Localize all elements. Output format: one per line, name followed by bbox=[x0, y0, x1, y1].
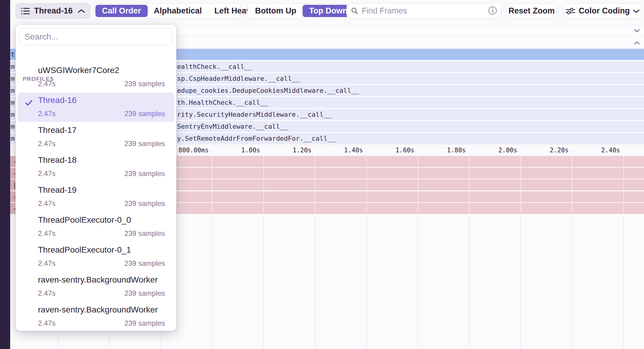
sort-mode-call-order[interactable]: Call Order bbox=[95, 5, 148, 17]
time-tick-label: 800.00ms bbox=[178, 145, 209, 156]
profile-name: Thread-18 bbox=[38, 155, 77, 165]
profile-name: Thread-17 bbox=[38, 125, 77, 135]
frame-label-left-fragment: m bbox=[11, 61, 15, 72]
profile-list-item[interactable]: ThreadPoolExecutor-0_1 2.47s 239 samples bbox=[18, 242, 174, 271]
gridline bbox=[315, 156, 315, 215]
profile-list-item[interactable]: Thread-16 2.47s 239 samples bbox=[18, 92, 174, 122]
profile-name: raven-sentry.BackgroundWorker bbox=[38, 275, 158, 285]
profile-samples: 239 samples bbox=[124, 199, 165, 208]
gridline bbox=[366, 156, 367, 215]
thread-selector-button[interactable]: Thread-16 bbox=[16, 3, 90, 19]
gridline bbox=[623, 215, 624, 349]
profile-name: ThreadPoolExecutor-0_1 bbox=[38, 245, 131, 255]
profile-list-item[interactable]: Thread-18 2.47s 239 samples bbox=[18, 152, 174, 182]
frame-label: th.HealthCheck.__call__ bbox=[177, 97, 268, 108]
profile-name: ThreadPoolExecutor-0_0 bbox=[38, 215, 131, 225]
profile-list-item[interactable]: raven-sentry.BackgroundWorker 2.47s 239 … bbox=[18, 272, 174, 301]
time-tick-label: 1.40s bbox=[344, 145, 363, 156]
gridline bbox=[212, 156, 213, 215]
profile-name: Thread-19 bbox=[38, 185, 77, 195]
list-icon bbox=[21, 7, 30, 15]
sort-mode-alphabetical[interactable]: Alphabetical bbox=[148, 6, 208, 16]
profile-samples: 239 samples bbox=[124, 289, 165, 298]
gridline bbox=[623, 156, 624, 215]
gridline bbox=[469, 156, 470, 215]
profile-name: raven-sentry.BackgroundWorker bbox=[38, 305, 158, 315]
gridline bbox=[263, 215, 264, 349]
frame-label-left-fragment: m bbox=[11, 133, 15, 144]
profile-samples: 239 samples bbox=[124, 259, 165, 268]
find-frames-searchbox: ⓘ bbox=[347, 3, 501, 19]
profile-list-item[interactable]: ThreadPoolExecutor-0_0 2.47s 239 samples bbox=[18, 212, 174, 242]
profiler-app: --|-- t mealthCheck.__call__msp.CspHeade… bbox=[0, 0, 644, 349]
gridline bbox=[418, 156, 418, 215]
frame-label-left-fragment: m bbox=[11, 85, 15, 96]
frame-label-left-fragment: m bbox=[11, 97, 15, 108]
time-tick-label: 1.80s bbox=[447, 145, 466, 156]
chevron-up-icon[interactable] bbox=[634, 41, 640, 45]
profile-duration: 2.47s bbox=[38, 319, 56, 327]
profile-duration: 2.47s bbox=[38, 229, 56, 238]
profile-list-item[interactable]: uWSGIWorker7Core2 2.47s 239 samples bbox=[18, 63, 174, 92]
direction-bottom-up[interactable]: Bottom Up bbox=[249, 6, 303, 16]
gridline bbox=[418, 215, 418, 349]
frame-label: ealthCheck.__call__ bbox=[177, 61, 252, 72]
gridline bbox=[315, 215, 315, 349]
color-coding-label: Color Coding bbox=[579, 6, 630, 16]
profile-samples: 239 samples bbox=[124, 139, 165, 148]
profile-samples: 239 samples bbox=[124, 319, 165, 327]
frame-label-left-fragment: m bbox=[11, 121, 15, 132]
sliders-icon bbox=[565, 7, 576, 15]
frame-label-left-fragment: m bbox=[11, 109, 15, 120]
profile-samples: 239 samples bbox=[124, 169, 165, 178]
chevron-up-icon bbox=[77, 9, 85, 13]
time-tick-label: 1.00s bbox=[241, 145, 260, 156]
time-tick-label: 2.20s bbox=[550, 145, 569, 156]
color-coding-button[interactable]: Color Coding bbox=[563, 3, 642, 19]
profile-duration: 2.47s bbox=[38, 289, 56, 298]
profile-duration: 2.47s bbox=[38, 110, 56, 118]
app-sidebar bbox=[0, 0, 10, 349]
profile-list-item[interactable]: Thread-17 2.47s 239 samples bbox=[18, 122, 174, 152]
profile-dropdown: PROFILES uWSGIWorker7Core2 2.47s 239 sam… bbox=[16, 25, 176, 331]
gridline bbox=[263, 156, 264, 215]
gridline bbox=[366, 215, 367, 349]
frame-label: SentryEnvMiddleware.__call__ bbox=[177, 121, 288, 132]
check-icon bbox=[25, 100, 33, 106]
chevron-down-icon[interactable] bbox=[634, 29, 640, 33]
find-frames-input[interactable] bbox=[361, 6, 486, 16]
thread-selector-label: Thread-16 bbox=[34, 6, 74, 16]
profile-samples: 239 samples bbox=[124, 110, 165, 118]
flame-root-row-label: t bbox=[11, 49, 15, 60]
reset-zoom-button[interactable]: Reset Zoom bbox=[506, 3, 557, 19]
profile-samples: 239 samples bbox=[124, 80, 165, 88]
profile-name: uWSGIWorker7Core2 bbox=[38, 66, 119, 75]
frame-label-left-fragment: m bbox=[11, 73, 15, 84]
time-tick-label: 2.40s bbox=[601, 145, 620, 156]
profile-list-item[interactable]: Thread-19 2.47s 239 samples bbox=[18, 182, 174, 212]
profile-duration: 2.47s bbox=[38, 169, 56, 178]
time-tick-label: 2.00s bbox=[498, 145, 517, 156]
frame-label: rity.SecurityHeadersMiddleware.__call__ bbox=[177, 109, 332, 120]
profile-search-box bbox=[19, 28, 173, 45]
gridline bbox=[469, 215, 470, 349]
profile-list-item[interactable]: raven-sentry.BackgroundWorker 2.47s 239 … bbox=[18, 302, 174, 331]
direction-segmented-control: Bottom Up Top Down bbox=[247, 3, 342, 19]
frame-label: y.SetRemoteAddrFromForwardedFor.__call__ bbox=[177, 133, 335, 144]
info-icon[interactable]: ⓘ bbox=[488, 7, 497, 15]
chevron-down-icon bbox=[633, 9, 640, 13]
profile-duration: 2.47s bbox=[38, 139, 56, 148]
frame-label: sp.CspHeaderMiddleware.__call__ bbox=[177, 73, 300, 84]
gridline bbox=[212, 215, 213, 349]
reset-zoom-label: Reset Zoom bbox=[509, 6, 555, 16]
profile-search-input[interactable] bbox=[20, 32, 172, 42]
gridline bbox=[572, 215, 573, 349]
gridline bbox=[572, 156, 573, 215]
profile-duration: 2.47s bbox=[38, 80, 56, 88]
profile-samples: 239 samples bbox=[124, 229, 165, 238]
profile-duration: 2.47s bbox=[38, 199, 56, 208]
gridline bbox=[521, 215, 521, 349]
time-tick-label: 1.20s bbox=[293, 145, 312, 156]
sort-mode-segmented-control: Call Order Alphabetical Left Heavy bbox=[94, 3, 241, 19]
profile-duration: 2.47s bbox=[38, 259, 56, 268]
